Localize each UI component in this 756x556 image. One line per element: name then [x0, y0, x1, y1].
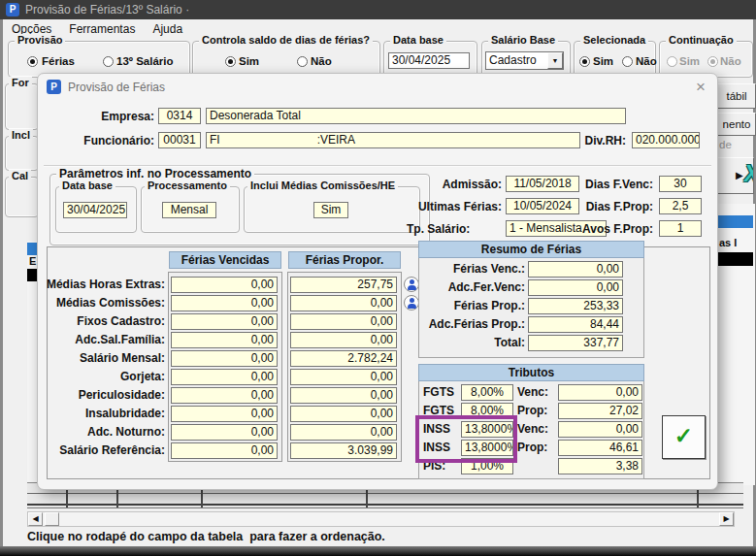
data-base-input[interactable]: 30/04/2025	[388, 52, 470, 69]
radio-continuacao-sim	[667, 56, 677, 67]
radio-13-salario[interactable]	[103, 56, 114, 67]
pis-value-field[interactable]: 3,38	[558, 458, 642, 474]
funcionario-code-field[interactable]: 00031	[158, 132, 201, 148]
menu-ajuda[interactable]: Ajuda	[144, 22, 191, 36]
bg-grid-right-blue-cell	[718, 215, 753, 228]
inss-prop-value-field[interactable]: 46,61	[558, 440, 642, 456]
scroll-left-button[interactable]: ◀	[28, 512, 43, 526]
venc-insalubridade-field[interactable]: 0,00	[171, 406, 278, 422]
tp-salario-label: Tp. Salário:	[407, 222, 502, 236]
prop-medias-comissoes-field[interactable]: 0,00	[290, 295, 397, 311]
prop-periculosidade-field[interactable]: 0,00	[290, 387, 397, 404]
adc-ferias-prop-field[interactable]: 84,44	[528, 316, 623, 333]
prop-adc-sal-familia-field[interactable]: 0,00	[290, 332, 397, 348]
radio-controla-nao-label[interactable]: Não	[311, 55, 332, 67]
ferias-venc-label: Férias Venc.:	[422, 262, 525, 276]
empresa-label: Empresa:	[57, 110, 154, 123]
dias-fvenc-field[interactable]: 30	[659, 176, 702, 192]
excel-export-button[interactable]: ▶ X	[713, 157, 754, 194]
processamento-button-partial[interactable]: nento	[717, 113, 756, 136]
venc-salario-mensal-field[interactable]: 0,00	[171, 350, 278, 367]
radio-controla-nao[interactable]	[297, 56, 308, 67]
venc-medias-comissoes-field[interactable]: 0,00	[171, 295, 278, 311]
prop-salario-referencia-field[interactable]: 3.039,99	[290, 442, 397, 459]
radio-controla-sim[interactable]	[225, 56, 236, 67]
adc-fer-venc-field[interactable]: 0,00	[528, 279, 623, 296]
param-data-base-field[interactable]: 30/04/2025	[63, 202, 127, 218]
venc-medias-he-field[interactable]: 0,00	[171, 277, 278, 293]
ferias-prop-field[interactable]: 253,33	[528, 298, 623, 314]
radio-continuacao-sim-label: Sim	[679, 55, 700, 67]
inss-prop-kind-label: Prop:	[517, 441, 554, 454]
bg-grid-left-header: E	[29, 255, 36, 267]
empresa-name-field[interactable]: Desonerada Total	[206, 108, 626, 124]
confirm-button[interactable]: ✓	[662, 415, 706, 459]
param-processamento-field[interactable]: Mensal	[162, 202, 216, 218]
row-label-salario-mensal: Salário Mensal:	[38, 351, 165, 365]
prop-salario-mensal-field[interactable]: 2.782,24	[290, 350, 397, 367]
total-field[interactable]: 337,77	[528, 335, 623, 351]
fgts-venc-pct-field[interactable]: 8,00%	[461, 384, 513, 401]
div-rh-label: Div.RH:	[579, 134, 626, 147]
row-label-periculosidade: Periculosidade:	[38, 388, 165, 402]
prop-medias-he-field[interactable]: 257,75	[290, 277, 397, 293]
radio-13-salario-label[interactable]: 13º Salário	[116, 55, 174, 67]
venc-periculosidade-field[interactable]: 0,00	[171, 387, 278, 404]
scroll-right-button[interactable]: ▶	[719, 512, 734, 526]
row-label-fixos: Fixos Cadastro:	[38, 314, 165, 328]
status-text: Clique no rodapé do campo da tabela para…	[27, 530, 385, 543]
radio-ferias-label[interactable]: Férias	[42, 55, 75, 67]
ferias-venc-field[interactable]: 0,00	[528, 261, 623, 278]
div-rh-field[interactable]: 020.000.000	[632, 132, 700, 148]
group-controla-saldo-legend: Controla saldo de dias de férias?	[199, 34, 373, 46]
radio-selecionada-sim[interactable]	[579, 56, 590, 67]
param-inclui-medias-field[interactable]: Sim	[313, 202, 348, 218]
radio-controla-sim-label[interactable]: Sim	[239, 55, 259, 67]
funcionario-name-field[interactable]: FI :VEIRA	[206, 132, 580, 148]
window-border-left	[0, 19, 3, 548]
avos-fprop-field[interactable]: 1	[659, 220, 702, 237]
venc-gorjeta-field[interactable]: 0,00	[171, 369, 278, 385]
fgts-prop-value-field[interactable]: 27,02	[558, 403, 642, 419]
venc-adc-noturno-field[interactable]: 0,00	[171, 424, 278, 441]
fgts-prop-kind-label: Prop:	[517, 404, 554, 417]
dialog-title: Provisão de Férias	[68, 81, 165, 94]
ferias-propor-header: Férias Propor.	[288, 251, 401, 269]
group-continuacao-legend: Continuação	[666, 34, 737, 46]
inss-venc-value-field[interactable]: 0,00	[558, 421, 642, 438]
prop-gorjeta-field[interactable]: 0,00	[290, 369, 397, 385]
group-fragment-cal: Cal	[5, 177, 39, 217]
menu-ferramentas[interactable]: Ferramentas	[60, 22, 144, 36]
prop-fixos-field[interactable]: 0,00	[290, 313, 397, 330]
radio-selecionada-nao[interactable]	[622, 56, 633, 67]
venc-fixos-field[interactable]: 0,00	[171, 313, 278, 330]
contabil-button-partial[interactable]: tábil	[717, 83, 756, 109]
empresa-code-field[interactable]: 0314	[158, 108, 201, 124]
group-fragment-for-legend: For	[9, 77, 32, 88]
venc-salario-referencia-field[interactable]: 0,00	[171, 442, 278, 459]
app-logo-icon: P	[6, 3, 19, 16]
radio-ferias[interactable]	[27, 56, 38, 67]
group-param-data-base-legend: Data base	[59, 180, 115, 191]
ultimas-ferias-label: Ultimas Férias:	[387, 200, 502, 213]
fgts-venc-value-field[interactable]: 0,00	[558, 384, 642, 401]
info-medias-comissoes-icon[interactable]	[404, 295, 419, 311]
prop-insalubridade-field[interactable]: 0,00	[290, 406, 397, 422]
ferias-vencidas-header: Férias Vencidas	[169, 251, 281, 269]
dialog-logo-icon: P	[47, 80, 61, 94]
radio-continuacao-nao-label: Não	[720, 55, 741, 67]
dialog-close-icon[interactable]: ×	[692, 79, 709, 96]
row-label-insalubridade: Insalubridade:	[38, 407, 165, 420]
venc-adc-sal-familia-field[interactable]: 0,00	[171, 332, 278, 348]
scrollbar-thumb[interactable]	[45, 512, 59, 526]
radio-selecionada-sim-label[interactable]: Sim	[593, 55, 613, 67]
inss-venc-kind-label: Venc:	[517, 422, 554, 436]
radio-selecionada-nao-label[interactable]: Não	[636, 55, 657, 67]
row-label-adc-noturno: Adc. Noturno:	[38, 425, 165, 439]
horizontal-scrollbar[interactable]: ◀ ▶	[27, 511, 735, 527]
salario-base-dropdown-icon[interactable]: ▼	[547, 52, 563, 69]
prop-adc-noturno-field[interactable]: 0,00	[290, 424, 397, 441]
info-medias-he-icon[interactable]	[404, 277, 419, 292]
dias-fprop-field[interactable]: 2,5	[659, 198, 702, 214]
ferias-prop-label: Férias Prop.:	[422, 299, 525, 312]
